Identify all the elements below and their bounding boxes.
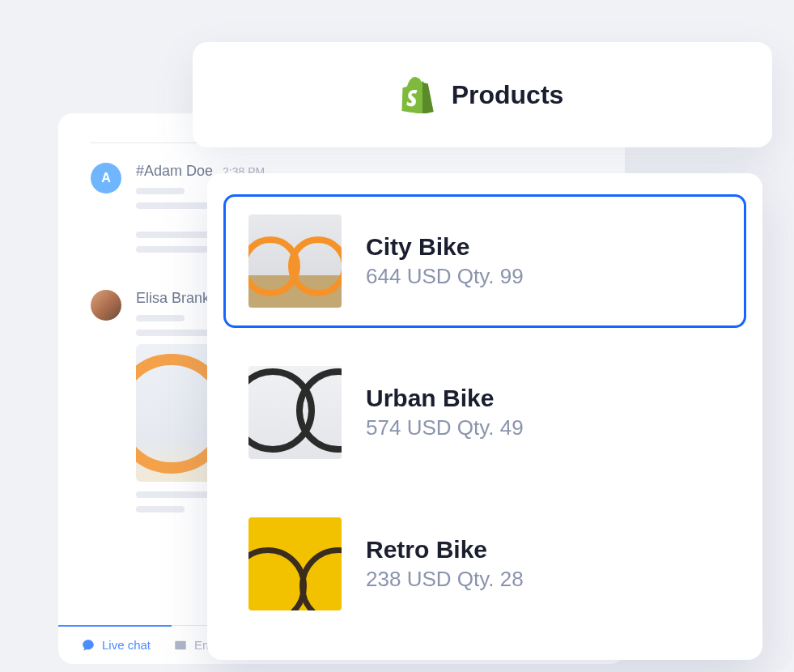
chat-author: #Adam Doe	[136, 163, 213, 180]
product-meta: 644 USD Qty. 99	[366, 264, 524, 289]
product-meta: 238 USD Qty. 28	[366, 567, 524, 592]
skeleton-line	[136, 188, 185, 194]
product-list: City Bike 644 USD Qty. 99 Urban Bike 574…	[207, 173, 762, 660]
product-item-urban-bike[interactable]: Urban Bike 574 USD Qty. 49	[223, 346, 746, 479]
products-header: Products	[193, 42, 772, 147]
chat-icon	[81, 638, 96, 653]
product-name: Retro Bike	[366, 536, 524, 564]
product-item-city-bike[interactable]: City Bike 644 USD Qty. 99	[223, 194, 746, 328]
shopify-icon	[401, 77, 434, 113]
product-item-retro-bike[interactable]: Retro Bike 238 USD Qty. 28	[223, 497, 746, 631]
email-icon	[173, 638, 188, 653]
product-thumbnail	[248, 215, 342, 308]
tab-live-chat[interactable]: Live chat	[81, 638, 151, 653]
product-thumbnail	[248, 517, 342, 610]
avatar: A	[91, 163, 121, 194]
active-tab-underline	[58, 625, 172, 627]
skeleton-line	[136, 506, 185, 513]
avatar-initial: A	[101, 171, 111, 185]
skeleton-line	[136, 246, 209, 253]
product-name: City Bike	[366, 233, 524, 261]
product-thumbnail	[248, 366, 342, 459]
product-name: Urban Bike	[366, 385, 524, 412]
avatar	[91, 290, 121, 321]
products-title: Products	[452, 80, 564, 110]
tab-label: Live chat	[102, 638, 151, 652]
skeleton-line	[136, 315, 185, 321]
chat-author: Elisa Branky	[136, 290, 217, 307]
product-meta: 574 USD Qty. 49	[366, 415, 524, 440]
